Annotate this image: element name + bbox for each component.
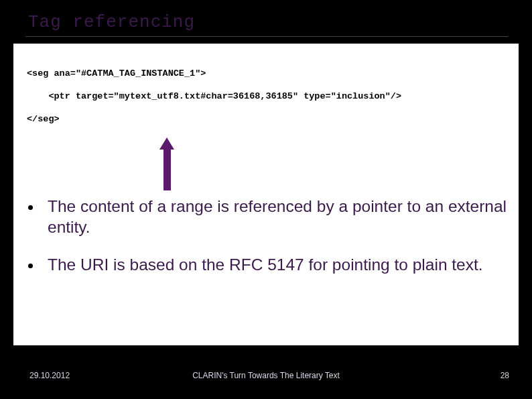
bullet-text: The URI is based on the RFC 5147 for poi…: [48, 255, 483, 276]
footer-title: CLARIN's Turn Towards The Literary Text: [0, 371, 532, 380]
up-arrow-icon: [162, 137, 172, 190]
footer: 29.10.2012 CLARIN's Turn Towards The Lit…: [0, 371, 532, 384]
footer-page-number: 28: [501, 371, 509, 380]
code-block: <seg ana="#CATMA_TAG_INSTANCE_1"> <ptr t…: [27, 62, 401, 130]
list-item: The URI is based on the RFC 5147 for poi…: [28, 255, 511, 276]
code-line-2: <ptr target="mytext_utf8.txt#char=36168,…: [27, 91, 401, 101]
content-panel: <seg ana="#CATMA_TAG_INSTANCE_1"> <ptr t…: [13, 44, 519, 345]
bullet-icon: [28, 264, 33, 268]
code-line-3: </seg>: [27, 114, 60, 124]
title-underline: [25, 36, 508, 37]
code-line-1: <seg ana="#CATMA_TAG_INSTANCE_1">: [27, 68, 206, 78]
list-item: The content of a range is referenced by …: [28, 196, 511, 237]
bullet-text: The content of a range is referenced by …: [48, 196, 511, 237]
bullet-list: The content of a range is referenced by …: [28, 196, 511, 293]
bullet-icon: [28, 205, 33, 210]
slide-title: Tag referencing: [28, 12, 195, 32]
slide: Tag referencing <seg ana="#CATMA_TAG_INS…: [0, 0, 532, 399]
